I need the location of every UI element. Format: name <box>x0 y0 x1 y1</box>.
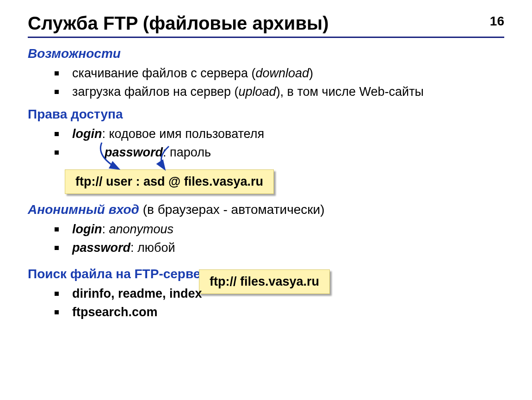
search-list: dirinfo, readme, index ftpsearch.com <box>28 285 504 321</box>
text: dirinfo, readme, index <box>72 287 202 300</box>
list-item: password: любой <box>55 239 504 256</box>
text: ) <box>309 66 313 80</box>
list-item: скачивание файлов c сервера (download) <box>55 65 504 81</box>
access-list: login: кодовое имя пользователя password… <box>28 125 504 161</box>
page-number: 16 <box>490 14 504 29</box>
text: скачивание файлов c сервера ( <box>72 66 255 80</box>
title-underline <box>28 37 504 38</box>
text: : любой <box>130 241 175 255</box>
term-password: password <box>72 241 130 255</box>
example-box-1: ftp:// user : asd @ files.vasya.ru <box>65 169 274 194</box>
slide: 16 Служба FTP (файловые архивы) Возможно… <box>0 0 532 400</box>
text: : кодовое имя пользователя <box>102 127 264 141</box>
list-item: login: anonymous <box>55 221 504 238</box>
text: ftpsearch.com <box>72 305 158 319</box>
heading-tail: (в браузерах - автоматически) <box>139 202 325 217</box>
term-download: download <box>255 66 309 80</box>
text: : пароль <box>163 145 211 159</box>
list-item: dirinfo, readme, index <box>55 285 504 302</box>
section-heading-anon: Анонимный вход (в браузерах - автоматиче… <box>28 202 504 217</box>
heading-text: Анонимный вход <box>28 202 139 217</box>
list-item: ftpsearch.com <box>55 304 504 320</box>
example-box-1-wrap: ftp:// user : asd @ files.vasya.ru <box>65 169 361 194</box>
text: ), в том числе Web-сайты <box>276 85 424 99</box>
term-upload: upload <box>239 85 276 99</box>
slide-title: Служба FTP (файловые архивы) <box>28 13 504 34</box>
text: : <box>102 222 109 236</box>
value-anonymous: anonymous <box>109 222 174 236</box>
section-heading-capabilities: Возможности <box>28 46 504 61</box>
list-item: password: пароль <box>55 144 504 161</box>
section-heading-access: Права доступа <box>28 107 504 122</box>
term-login: login <box>72 127 102 141</box>
capabilities-list: скачивание файлов c сервера (download) з… <box>28 65 504 100</box>
term-password: password <box>105 145 163 159</box>
term-login: login <box>72 222 102 236</box>
text: загрузка файлов на сервер ( <box>72 85 239 99</box>
list-item: login: кодовое имя пользователя <box>55 125 504 142</box>
anon-list: login: anonymous password: любой <box>28 221 504 256</box>
list-item: загрузка файлов на сервер (upload), в то… <box>55 83 504 100</box>
